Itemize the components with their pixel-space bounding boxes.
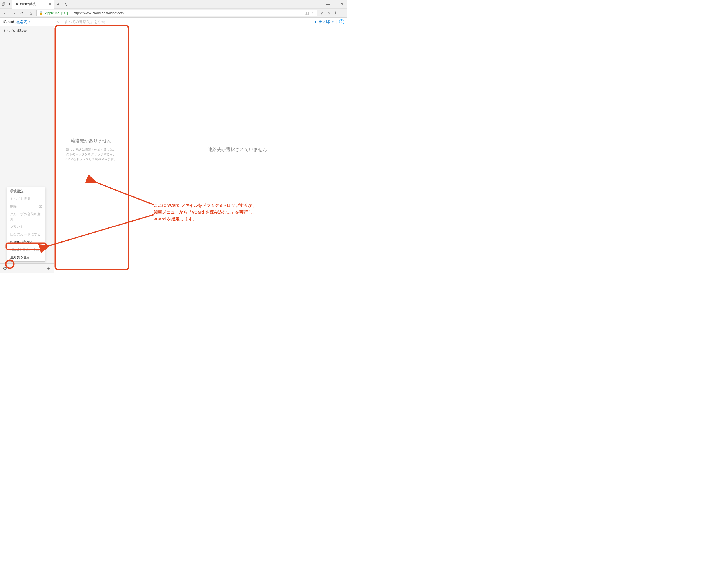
- groups-sidebar: すべての連絡先 ⚙ ＋ 環境設定...すべてを選択削除⌫グループの名前を変更プリ…: [0, 26, 54, 273]
- empty-list-sub-2: の下の＋ボタンをクリックするか、: [65, 152, 117, 157]
- browser-titlebar: 🗐 ❐ iCloud連絡先 ✕ + ∨ — ☐ ✕: [0, 0, 347, 8]
- menu-item-label: 連絡先を更新: [10, 255, 31, 260]
- notes-icon[interactable]: 🗐: [2, 2, 5, 6]
- gear-popup-menu: 環境設定...すべてを選択削除⌫グループの名前を変更プリント自分のカードにするv…: [7, 187, 46, 262]
- menu-item-0[interactable]: 環境設定...: [7, 188, 45, 195]
- favorites-icon[interactable]: ✩: [321, 11, 324, 15]
- tab-dropdown-button[interactable]: ∨: [62, 0, 70, 8]
- menu-item-shortcut: ⌫: [38, 205, 42, 208]
- cert-label: Apple Inc. [US]: [45, 11, 68, 15]
- forward-button[interactable]: →: [11, 11, 16, 15]
- module-label: 連絡先: [15, 19, 27, 24]
- tab-title: iCloud連絡先: [16, 2, 47, 6]
- share-icon[interactable]: ⤴: [334, 11, 336, 15]
- new-tab-button[interactable]: +: [54, 0, 62, 8]
- menu-item-1: すべてを選択: [7, 195, 45, 203]
- titlebar-left-icons: 🗐 ❐: [0, 2, 12, 6]
- add-button[interactable]: ＋: [46, 265, 51, 272]
- back-button[interactable]: ←: [2, 11, 8, 15]
- menu-item-3: グループの名前を変更: [7, 210, 45, 223]
- app-header: iCloud 連絡先 ▾ ⌕ 山田太郎 ▾ | ?: [0, 18, 347, 26]
- account-chevron-icon[interactable]: ▾: [332, 20, 333, 23]
- menu-item-7: vCardを書き出す...: [7, 246, 45, 254]
- empty-detail-text: 連絡先が選択されていません: [208, 147, 267, 153]
- contact-list-column: 連絡先がありません 新しい連絡先情報を作成するにはこ の下の＋ボタンをクリックす…: [54, 26, 128, 273]
- menu-item-label: プリント: [10, 224, 23, 229]
- menu-item-6[interactable]: vCardを読み込む...: [7, 238, 45, 246]
- window-close-button[interactable]: ✕: [341, 2, 344, 6]
- tab-close-icon[interactable]: ✕: [49, 2, 51, 6]
- help-button[interactable]: ?: [339, 19, 344, 24]
- menu-item-label: vCardを書き出す...: [10, 247, 39, 252]
- gear-icon[interactable]: ⚙: [3, 266, 7, 271]
- menu-item-8[interactable]: 連絡先を更新: [7, 254, 45, 261]
- contact-detail-column: 連絡先が選択されていません: [128, 26, 347, 273]
- icloud-contacts-app: iCloud 連絡先 ▾ ⌕ 山田太郎 ▾ | ? すべての連絡先 ⚙ ＋: [0, 18, 347, 273]
- window-maximize-button[interactable]: ☐: [333, 2, 337, 6]
- sidebar-item-all-contacts[interactable]: すべての連絡先: [0, 26, 54, 36]
- menu-item-2: 削除⌫: [7, 203, 45, 210]
- favorite-star-icon[interactable]: ☆: [311, 11, 314, 15]
- menu-item-label: vCardを読み込む...: [10, 240, 39, 245]
- menu-item-5: 自分のカードにする: [7, 230, 45, 238]
- icloud-label: iCloud: [3, 19, 14, 24]
- menu-item-label: すべてを選択: [10, 197, 31, 201]
- menu-item-label: 自分のカードにする: [10, 232, 41, 237]
- search-icon: ⌕: [57, 19, 59, 24]
- empty-list-sub-3: vCardをドラッグして読み込みます。: [65, 157, 117, 161]
- empty-list-sub-1: 新しい連絡先情報を作成するにはこ: [65, 147, 117, 152]
- sidebar-bottom-toolbar: ⚙ ＋: [0, 263, 54, 273]
- menu-item-label: 削除: [10, 204, 17, 209]
- tabs-icon[interactable]: ❐: [7, 2, 10, 6]
- lock-icon: 🔒: [39, 11, 43, 15]
- chevron-down-icon: ▾: [29, 20, 31, 23]
- url-box[interactable]: 🔒 Apple Inc. [US] | https://www.icloud.c…: [36, 10, 317, 16]
- empty-list-title: 連絡先がありません: [65, 138, 117, 144]
- window-minimize-button[interactable]: —: [326, 2, 329, 6]
- browser-address-bar: ← → ⟳ ⌂ 🔒 Apple Inc. [US] | https://www.…: [0, 8, 347, 18]
- menu-item-label: グループの名前を変更: [10, 212, 42, 221]
- refresh-button[interactable]: ⟳: [19, 11, 25, 15]
- browser-tab[interactable]: iCloud連絡先 ✕: [12, 0, 54, 8]
- reader-icon[interactable]: ▯▯: [305, 11, 309, 15]
- account-name[interactable]: 山田太郎: [315, 19, 330, 24]
- search-input[interactable]: [61, 19, 125, 24]
- url-text: https://www.icloud.com/#contacts: [73, 11, 124, 15]
- home-button[interactable]: ⌂: [28, 11, 34, 15]
- app-title-dropdown[interactable]: iCloud 連絡先 ▾: [0, 19, 54, 24]
- menu-item-4: プリント: [7, 223, 45, 230]
- search-field-container: ⌕: [54, 18, 128, 26]
- menu-item-label: 環境設定...: [10, 189, 27, 194]
- more-icon[interactable]: ⋯: [340, 11, 344, 15]
- notes-pen-icon[interactable]: ✎: [327, 11, 330, 15]
